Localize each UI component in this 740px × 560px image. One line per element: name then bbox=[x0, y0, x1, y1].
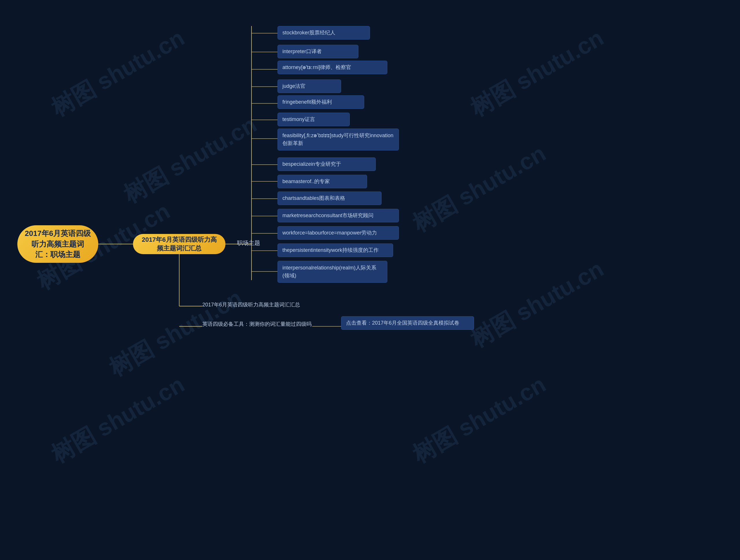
root-node: 2017年6月英语四级听力高频主题词汇：职场主题 bbox=[17, 225, 98, 263]
branch-label: 职场主题 bbox=[237, 239, 260, 247]
leaf-node-2: interpreter口译者 bbox=[278, 45, 358, 58]
exam-link[interactable]: 点击查看：2017年6月全国英语四级全真模拟试卷 bbox=[341, 316, 474, 330]
leaf-node-3: attorney[ə'tɜːrni]律师、检察官 bbox=[278, 61, 387, 74]
leaf-node-11: marketresearchconsultant市场研究顾问 bbox=[278, 209, 399, 222]
leaf-node-8: bespecializein专业研究于 bbox=[278, 157, 376, 171]
leaf-node-1: stockbroker股票经纪人 bbox=[278, 26, 370, 39]
leaf-node-13: thepersistentintensitywork持续强度的工作 bbox=[278, 243, 393, 257]
watermark-8: 树图 shutu.cn bbox=[465, 253, 609, 355]
leaf-node-14: interpersonalrelationship(realm)人际关系(领域) bbox=[278, 261, 387, 283]
watermark-6: 树图 shutu.cn bbox=[465, 22, 609, 124]
mid-label: 2017年6月英语四级听力高频主题词汇汇总 bbox=[139, 235, 220, 253]
leaf-node-6: testimony证言 bbox=[278, 113, 350, 126]
leaf-node-10: chartsandtables图表和表格 bbox=[278, 192, 382, 205]
watermark-7: 树图 shutu.cn bbox=[407, 138, 552, 239]
watermark-9: 树图 shutu.cn bbox=[407, 369, 552, 470]
tool-link[interactable]: 英语四级必备工具：测测你的词汇量能过四级吗 bbox=[202, 321, 311, 328]
leaf-node-9: beamasterof..的专家 bbox=[278, 175, 367, 188]
watermark-2: 树图 shutu.cn bbox=[118, 109, 263, 211]
leaf-node-12: workforce=labourforce=manpower劳动力 bbox=[278, 226, 399, 240]
leaf-node-5: fringebenefit额外福利 bbox=[278, 95, 364, 109]
watermark-1: 树图 shutu.cn bbox=[46, 22, 190, 124]
leaf-node-4: judge法官 bbox=[278, 80, 341, 93]
watermark-4: 树图 shutu.cn bbox=[103, 283, 248, 384]
watermark-5: 树图 shutu.cn bbox=[46, 369, 190, 470]
mid-node: 2017年6月英语四级听力高频主题词汇汇总 bbox=[133, 234, 225, 254]
root-label: 2017年6月英语四级听力高频主题词汇：职场主题 bbox=[24, 228, 91, 260]
leaf-node-7: feasibility[ˌfiːzəˈbɪlɪtɪ]study可行性研究inno… bbox=[278, 128, 399, 150]
summary-node: 2017年6月英语四级听力高频主题词汇汇总 bbox=[202, 301, 300, 309]
